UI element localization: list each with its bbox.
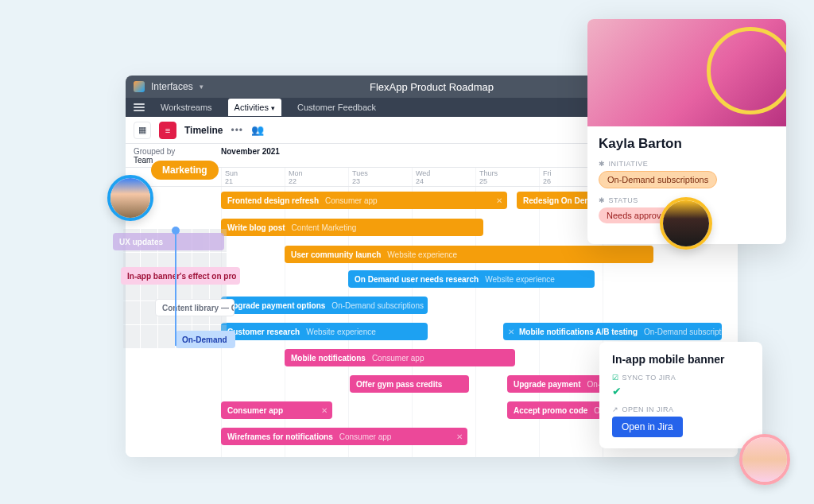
- timeline-icon[interactable]: ≡: [159, 122, 176, 139]
- day-header: Wed: [416, 169, 472, 177]
- bar-upgrade-payment-options[interactable]: Upgrade payment optionsOn-Demand subscri…: [221, 297, 428, 314]
- profile-photo: [587, 19, 786, 126]
- chevron-down-icon[interactable]: ▾: [200, 83, 204, 91]
- day-header: Tues: [352, 169, 409, 177]
- close-icon[interactable]: ✕: [321, 406, 328, 415]
- people-icon[interactable]: 👥: [251, 124, 264, 136]
- tab-feedback[interactable]: Customer Feedback: [293, 99, 381, 115]
- open-in-jira-button[interactable]: Open in Jira: [612, 417, 683, 437]
- jira-card: In-app mobile banner ☑SYNC TO JIRA ✔ ↗OP…: [599, 342, 762, 448]
- grid-view-icon[interactable]: ▦: [134, 122, 151, 139]
- hoop-icon: [707, 27, 786, 114]
- close-icon[interactable]: ✕: [456, 432, 463, 441]
- bar-ux-updates[interactable]: UX updates: [113, 233, 224, 250]
- day-header: Mon: [289, 169, 345, 177]
- bar-gym-pass[interactable]: Offer gym pass credits: [350, 375, 469, 393]
- bar-wireframes[interactable]: Wireframes for notificationsConsumer app…: [221, 428, 467, 445]
- menu-icon[interactable]: [134, 103, 145, 111]
- bar-user-community[interactable]: User community launchWebsite experience: [285, 246, 653, 263]
- close-icon[interactable]: ✕: [508, 328, 514, 336]
- jira-card-title: In-app mobile banner: [612, 353, 750, 366]
- breadcrumb[interactable]: Interfaces: [151, 81, 193, 92]
- bar-content-library[interactable]: Content library — C: [155, 299, 235, 316]
- bar-consumer-app[interactable]: Consumer app✕: [221, 401, 332, 419]
- bar-in-app-banner[interactable]: In-app banner's effect on pro: [121, 267, 240, 285]
- open-in-jira-label: ↗OPEN IN JIRA: [612, 405, 750, 413]
- avatar[interactable]: [107, 175, 153, 221]
- tab-activities[interactable]: Activities ▾: [228, 99, 281, 116]
- bar-on-demand[interactable]: On-Demand: [176, 331, 235, 348]
- app-logo-icon: [134, 81, 145, 92]
- tab-workstreams[interactable]: Workstreams: [156, 99, 217, 115]
- profile-name: Kayla Barton: [599, 136, 775, 152]
- bar-mobile-notifications-ab[interactable]: ✕ Mobile notifications A/B testingOn-Dem…: [503, 323, 722, 340]
- bar-customer-research[interactable]: Customer researchWebsite experience: [221, 323, 428, 340]
- bar-mobile-notifications[interactable]: Mobile notificationsConsumer app: [285, 349, 515, 366]
- sync-to-jira-label: ☑SYNC TO JIRA: [612, 374, 750, 382]
- initiative-label: ✱INITIATIVE: [599, 160, 775, 168]
- check-icon: ✔: [612, 385, 750, 397]
- close-icon[interactable]: ✕: [496, 196, 502, 205]
- day-header: Thurs: [479, 169, 536, 177]
- avatar[interactable]: [660, 197, 712, 250]
- marketing-tag[interactable]: Marketing: [151, 161, 219, 180]
- avatar[interactable]: [739, 434, 790, 485]
- current-time-indicator: [175, 231, 176, 346]
- grouped-by-label: Grouped by: [134, 147, 221, 156]
- initiative-pill[interactable]: On-Demand subscriptions: [599, 171, 717, 188]
- view-label: Timeline: [184, 125, 223, 136]
- more-icon[interactable]: •••: [231, 125, 243, 136]
- bar-write-blog[interactable]: Write blog postContent Marketing: [221, 219, 483, 236]
- bar-ondemand-research[interactable]: On Demand user needs researchWebsite exp…: [348, 270, 595, 288]
- day-header: Sun: [225, 169, 281, 177]
- bar-frontend-design[interactable]: Frontend design refreshConsumer app✕: [221, 192, 507, 209]
